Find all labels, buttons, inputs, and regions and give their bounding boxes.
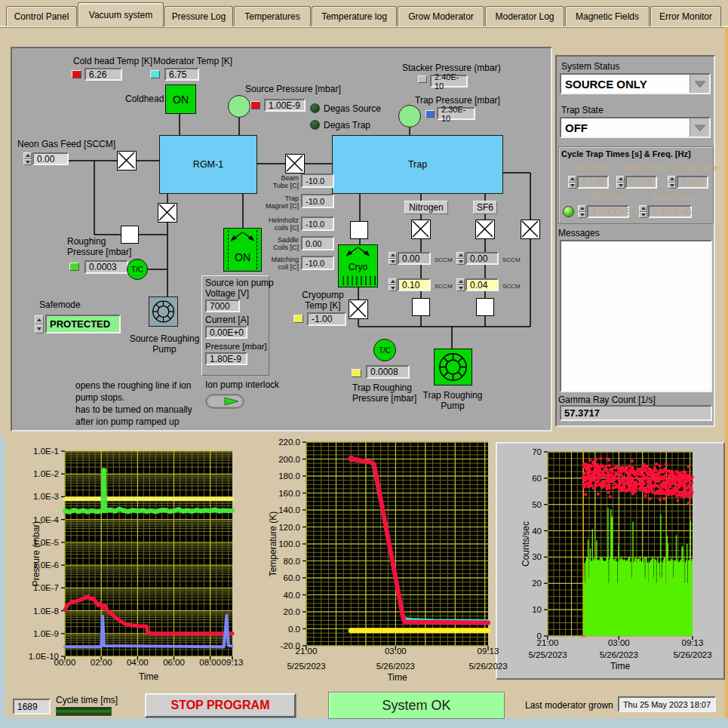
cold-head-temp-label: Cold head Temp [K] (73, 56, 152, 66)
tab-moderator-log[interactable]: Moderator Log (485, 6, 564, 26)
neon-gas-feed-input[interactable]: 0.00 (32, 152, 69, 165)
valve-open-icon[interactable] (350, 221, 368, 239)
matching-coil-label: Matchingcoil [C] (264, 256, 299, 271)
valve-icon[interactable] (349, 299, 368, 319)
helmholtz-coils-value: -10.0 (301, 217, 334, 231)
svg-text:5/25/2023: 5/25/2023 (528, 650, 567, 659)
store-time-value[interactable]: 0.010 (625, 176, 657, 189)
valve-icon[interactable] (475, 220, 495, 239)
tab-error-monitor[interactable]: Error Monitor (650, 6, 721, 26)
tab-pressure-log[interactable]: Pressure Log (164, 6, 233, 26)
store-freq-value[interactable]: 5.100E+6 (648, 205, 692, 218)
sf6-set-spinner[interactable] (456, 252, 465, 265)
matching-coil-value: -10.0 (301, 256, 334, 270)
svg-text:80.0: 80.0 (284, 557, 300, 566)
fill-freq-label: Fill Freq. (591, 192, 625, 202)
dump-time-label: Dump Time (674, 162, 718, 173)
ion-pump-interlock-label: Ion pump interlock (205, 379, 279, 390)
source-roughing-pump-icon[interactable] (149, 296, 178, 327)
svg-text:03:00: 03:00 (385, 647, 407, 656)
source-ion-pump-icon[interactable]: ON (223, 228, 262, 272)
tab-label: Control Panel (14, 11, 69, 22)
helmholtz-coils-label: Helmholtzcoils [C] (264, 217, 299, 232)
store-freq-spinner[interactable] (639, 205, 647, 218)
source-pressure-value: 1.00E-9 (264, 99, 306, 112)
tab-label: Grow Moderator (408, 11, 474, 22)
valve-open-icon[interactable] (121, 226, 139, 244)
valve-icon[interactable] (285, 154, 305, 174)
vacuum-system-window: Control Panel Vacuum system Pressure Log… (0, 0, 728, 728)
dump-time-spinner[interactable] (668, 176, 676, 189)
charts-canvas: 1.0E-11.0E-21.0E-31.0E-41.0E-51.0E-61.0E… (0, 434, 728, 728)
svg-text:1.0E-8: 1.0E-8 (33, 607, 59, 616)
stop-program-button[interactable]: STOP PROGRAM (145, 693, 296, 717)
system-status-dropdown-button[interactable] (690, 75, 709, 93)
store-time-spinner[interactable] (616, 176, 625, 189)
svg-text:Time: Time (139, 671, 159, 682)
svg-text:1.0E-9: 1.0E-9 (33, 629, 59, 638)
trap-roughing-pump-label: Trap RoughingPump (422, 390, 483, 411)
coldhead-on-button[interactable]: ON (165, 84, 196, 114)
trap-roughing-pump-icon[interactable] (434, 349, 472, 386)
tab-temperature-log[interactable]: Temperature log (312, 6, 397, 26)
cryo-pump-icon[interactable]: Cryo (338, 244, 378, 287)
trap-state-dropdown-button[interactable] (690, 118, 709, 137)
coldhead-label: Coldhead (125, 94, 164, 104)
safemode-spinner[interactable] (35, 315, 44, 333)
cold-head-led-icon (72, 70, 81, 78)
fill-freq-value[interactable]: 4.500E+6 (587, 205, 629, 218)
tab-temperatures[interactable]: Temperatures (234, 6, 311, 26)
ion-pump-pressure-label: Pressure [mbar] (205, 341, 267, 352)
system-status-value: SOURCE ONLY (561, 78, 690, 91)
neon-gas-feed-label: Neon Gas Feed [SCCM] (17, 139, 115, 149)
svg-text:10: 10 (532, 605, 542, 614)
n2-act-spinner[interactable] (389, 278, 397, 291)
safemode-label: Safemode (39, 299, 81, 310)
cryopump-temp-led-icon (293, 315, 303, 323)
n2-set-spinner[interactable] (389, 252, 397, 265)
svg-text:40: 40 (532, 527, 542, 536)
tab-magnetic-fields[interactable]: Magnetic Fields (565, 6, 650, 26)
n2-act-value[interactable]: 0.10 (398, 278, 431, 291)
valve-icon[interactable] (411, 220, 431, 239)
system-status-dropdown[interactable]: SOURCE ONLY (560, 73, 711, 94)
ion-pump-interlock-switch[interactable] (205, 393, 244, 413)
svg-text:1.0E-3: 1.0E-3 (33, 492, 59, 501)
n2-set-value[interactable]: 0.00 (398, 252, 431, 265)
degas-trap-led-icon[interactable] (310, 120, 320, 130)
trap-roughing-pressure-value: 0.0008 (366, 365, 410, 379)
tab-grow-moderator[interactable]: Grow Moderator (398, 6, 484, 26)
n2-act-unit: SCCM (435, 283, 453, 290)
ion-pump-current-label: Current [A] (205, 315, 249, 325)
valve-open-icon[interactable] (476, 298, 494, 316)
tab-label: Pressure Log (172, 11, 226, 22)
neon-spinner[interactable] (23, 152, 32, 165)
valve-icon[interactable] (117, 151, 137, 170)
cycle-ready-led-icon (563, 206, 574, 217)
messages-box[interactable] (560, 240, 712, 392)
fill-freq-spinner[interactable] (578, 205, 586, 218)
right-edge-strip (725, 27, 728, 718)
valve-icon[interactable] (158, 203, 177, 223)
sf6-act-value[interactable]: 0.04 (465, 278, 499, 291)
trap-state-dropdown[interactable]: OFF (560, 117, 711, 138)
fill-time-value[interactable]: 0.100 (577, 176, 609, 189)
sf6-act-spinner[interactable] (456, 278, 465, 291)
tab-vacuum-system[interactable]: Vacuum system (78, 2, 164, 27)
sf6-set-value[interactable]: 0.00 (465, 252, 499, 265)
cryo-comb-icon (339, 276, 377, 287)
fill-time-label: Fill Time (576, 162, 608, 173)
tab-control-panel[interactable]: Control Panel (6, 6, 77, 26)
source-roughing-pump-label: Source RoughingPump (127, 333, 202, 355)
valve-icon[interactable] (521, 220, 540, 239)
svg-text:06:00: 06:00 (163, 658, 185, 667)
valve-open-icon[interactable] (412, 298, 430, 316)
trap-pressure-value: 2.30E-10 (437, 107, 475, 120)
safemode-value[interactable]: PROTECTED (45, 315, 121, 333)
fill-time-spinner[interactable] (568, 176, 576, 189)
dump-time-value[interactable]: 0.001 (677, 176, 708, 189)
degas-source-led-icon[interactable] (310, 103, 320, 113)
ion-pump-state: ON (224, 251, 261, 263)
rgm-vessel: RGM-1 (159, 135, 257, 194)
trap-state-value: OFF (561, 121, 690, 134)
